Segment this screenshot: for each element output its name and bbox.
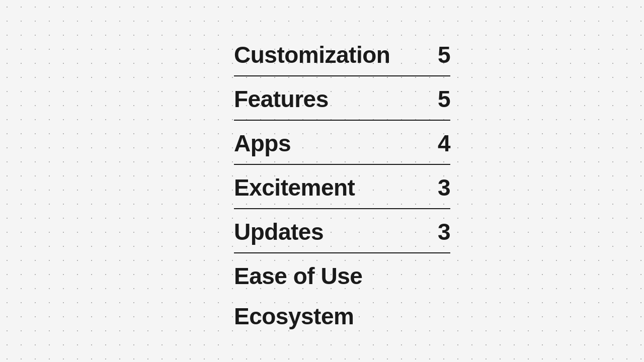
item-label: Excitement — [234, 174, 355, 201]
list-item: Ease of Use — [234, 253, 450, 294]
criteria-list: Customization5Features5Apps4Excitement3U… — [234, 32, 450, 330]
item-score: 3 — [438, 218, 450, 245]
item-label: Ecosystem — [234, 303, 354, 330]
list-item: Features5 — [234, 76, 450, 121]
item-score: 3 — [438, 174, 450, 201]
list-item: Customization5 — [234, 32, 450, 76]
item-score: 4 — [438, 130, 450, 157]
list-item: Apps4 — [234, 121, 450, 165]
item-score: 5 — [438, 41, 450, 68]
list-item: Updates3 — [234, 209, 450, 253]
item-label: Ease of Use — [234, 262, 362, 290]
item-label: Features — [234, 85, 329, 113]
item-label: Apps — [234, 130, 291, 157]
list-item: Excitement3 — [234, 165, 450, 209]
item-label: Updates — [234, 218, 324, 245]
item-label: Customization — [234, 41, 390, 68]
list-item: Ecosystem — [234, 294, 450, 330]
item-score: 5 — [438, 85, 450, 113]
